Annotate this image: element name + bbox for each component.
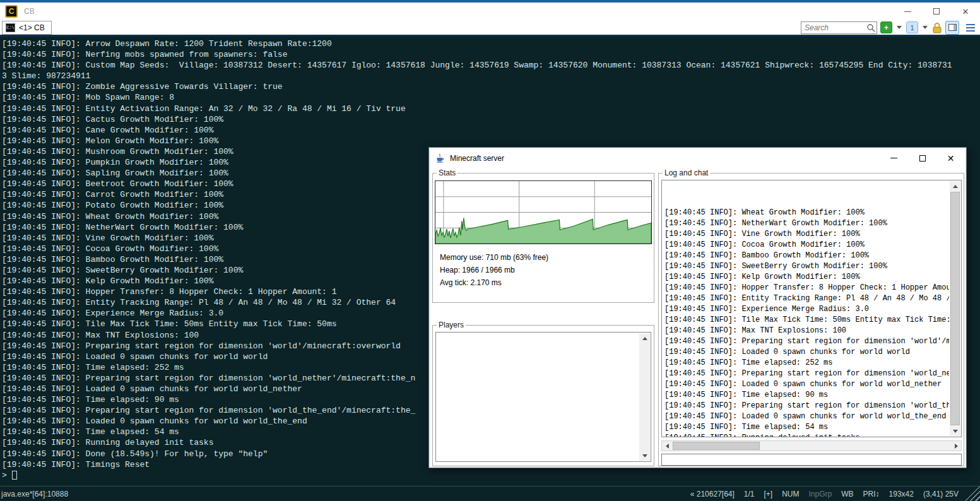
console-switch-button[interactable]: 1 (906, 21, 918, 33)
log-line: [19:40:45 INFO]: Preparing start region … (664, 336, 949, 347)
log-line: [19:40:45 INFO]: SweetBerry Growth Modif… (664, 261, 949, 272)
log-line: [19:40:45 INFO]: Wheat Growth Modifier: … (664, 208, 949, 218)
terminal-line: [19:40:45 INFO]: Custom Map Seeds: Villa… (2, 60, 980, 71)
conemu-logo-icon: C (5, 5, 18, 18)
cmd-icon: C:\ (6, 23, 15, 32)
tab-label: <1> CB (19, 23, 45, 32)
status-item: 1/1 (744, 490, 755, 498)
minecraft-titlebar[interactable]: Minecraft server ✕ (430, 149, 965, 167)
status-item: (3,41) 25V (923, 490, 959, 498)
terminal-line: [19:40:45 INFO]: Entity Activation Range… (2, 103, 980, 114)
log-line: [19:40:45 INFO]: Preparing start region … (664, 401, 949, 411)
search-box[interactable] (801, 21, 877, 34)
console-switch-dropdown-icon[interactable] (923, 26, 928, 29)
search-input[interactable] (801, 21, 877, 34)
log-hscroll-thumb[interactable] (673, 442, 760, 450)
scroll-up-icon[interactable] (950, 181, 960, 191)
log-line: [19:40:45 INFO]: Loaded 0 spawn chunks f… (664, 379, 949, 390)
log-line: [19:40:45 INFO]: Cocoa Growth Modifier: … (664, 240, 949, 250)
terminal-line: [19:40:45 INFO]: Nerfing mobs spawned fr… (2, 49, 980, 60)
log-line: [19:40:45 INFO]: Max TNT Explosions: 100 (664, 326, 949, 336)
log-line: [19:40:45 INFO]: Tile Max Tick Time: 50m… (664, 315, 949, 326)
stats-panel: Stats Memory use: 710 mb (63% free) Heap… (432, 173, 654, 303)
split-window-icon (948, 24, 957, 31)
log-vscroll-thumb[interactable] (950, 192, 960, 425)
log-line: [19:40:45 INFO]: Running delayed init ta… (664, 433, 949, 437)
search-icon (866, 23, 875, 32)
log-line: [19:40:45 INFO]: Experience Merge Radius… (664, 304, 949, 315)
log-line: [19:40:45 INFO]: Preparing start region … (664, 368, 949, 379)
avg-tick-value: Avg tick: 2.170 ms (440, 278, 502, 287)
minecraft-server-window[interactable]: Minecraft server ✕ Stats Memory use: 710… (428, 147, 967, 468)
log-label: Log and chat (663, 168, 710, 177)
log-line: [19:40:45 INFO]: Kelp Growth Modifier: 1… (664, 272, 949, 283)
status-item: WB (841, 490, 853, 498)
tab-bar: C:\ <1> CB + 1 (0, 20, 980, 35)
status-process: java.exe*[64]:10888 (1, 490, 68, 498)
status-item: InpGrp (809, 490, 832, 498)
terminal-line: [19:40:45 INFO]: Mob Spawn Range: 8 (2, 92, 980, 103)
memory-graph-svg (435, 181, 651, 244)
log-line: [19:40:45 INFO]: Time elapsed: 252 ms (664, 358, 949, 368)
terminal-line: [19:40:45 INFO]: Cactus Growth Modifier:… (2, 114, 980, 125)
status-item: « 210627[64] (690, 490, 735, 498)
log-hscrollbar[interactable] (661, 440, 962, 451)
memory-use-value: Memory use: 710 mb (63% free) (440, 253, 548, 262)
maximize-button[interactable] (922, 3, 951, 20)
status-item: 193x42 (889, 490, 914, 498)
lock-icon[interactable] (932, 22, 942, 33)
players-scrollbar[interactable] (639, 333, 650, 461)
resize-grip[interactable] (965, 486, 980, 501)
scroll-right-icon[interactable] (951, 441, 961, 451)
log-line: [19:40:45 INFO]: Vine Growth Modifier: 1… (664, 229, 949, 240)
scroll-up-icon[interactable] (639, 333, 650, 343)
log-line: [19:40:45 INFO]: Entity Tracking Range: … (664, 293, 949, 304)
terminal-line: [19:40:45 INFO]: Arrow Despawn Rate: 120… (2, 38, 980, 49)
players-list[interactable] (435, 332, 651, 462)
terminal-line: [19:40:45 INFO]: Cane Growth Modifier: 1… (2, 125, 980, 136)
scroll-down-icon[interactable] (950, 426, 960, 436)
heap-value: Heap: 1966 / 1966 mb (440, 266, 515, 274)
memory-usage-chart (435, 180, 652, 244)
minimize-button[interactable] (893, 3, 922, 20)
log-line: [19:40:45 INFO]: Bamboo Growth Modifier:… (664, 250, 949, 261)
scroll-left-icon[interactable] (662, 441, 672, 451)
log-line: [19:40:45 INFO]: Loaded 0 spawn chunks f… (664, 347, 949, 358)
terminal-prompt: > (2, 470, 7, 481)
app-titlebar[interactable]: C CB ✕ (0, 3, 980, 20)
log-vscrollbar[interactable] (950, 181, 960, 436)
mc-maximize-button[interactable] (908, 149, 936, 167)
menu-button[interactable] (965, 23, 976, 33)
close-button[interactable]: ✕ (951, 3, 980, 20)
status-item: PRI↕ (863, 490, 880, 498)
log-line: [19:40:45 INFO]: Time elapsed: 54 ms (664, 422, 949, 433)
tab-console-1[interactable]: C:\ <1> CB (2, 21, 52, 35)
new-console-button[interactable]: + (880, 21, 892, 33)
terminal-cursor (12, 471, 17, 480)
chat-command-input[interactable] (661, 454, 962, 466)
players-panel: Players (432, 325, 654, 466)
java-icon (435, 153, 445, 163)
log-line: [19:40:45 INFO]: Time elapsed: 90 ms (664, 390, 949, 401)
conemu-window: C CB ✕ C:\ <1> CB + 1 (0, 0, 980, 501)
log-output[interactable]: [19:40:45 INFO]: Wheat Growth Modifier: … (661, 180, 962, 437)
status-bar: java.exe*[64]:10888 « 210627[64]1/1[+]NU… (0, 486, 980, 501)
window-title: CB (24, 7, 35, 16)
log-line: [19:40:45 INFO]: Hopper Transfer: 8 Hopp… (664, 283, 949, 293)
scroll-down-icon[interactable] (639, 451, 650, 461)
status-item: [+] (764, 490, 773, 498)
status-item: NUM (782, 490, 799, 498)
minecraft-window-title: Minecraft server (450, 154, 504, 163)
terminal-line: 3 Slime: 987234911 (2, 71, 980, 81)
log-line: [19:40:45 INFO]: Loaded 0 spawn chunks f… (664, 411, 949, 422)
new-console-dropdown-icon[interactable] (897, 26, 902, 29)
players-label: Players (437, 321, 466, 329)
log-line: [19:40:45 INFO]: NetherWart Growth Modif… (664, 218, 949, 229)
mc-close-button[interactable]: ✕ (936, 149, 965, 167)
panel-toggle-button[interactable] (945, 21, 959, 35)
terminal-line: [19:40:45 INFO]: Zombie Aggressive Towar… (2, 81, 980, 92)
stats-label: Stats (437, 168, 458, 177)
mc-minimize-button[interactable] (880, 149, 908, 167)
terminal-line: [19:40:45 INFO]: Melon Growth Modifier: … (2, 136, 980, 146)
log-and-chat-panel: Log and chat [19:40:45 INFO]: Wheat Grow… (658, 173, 964, 466)
